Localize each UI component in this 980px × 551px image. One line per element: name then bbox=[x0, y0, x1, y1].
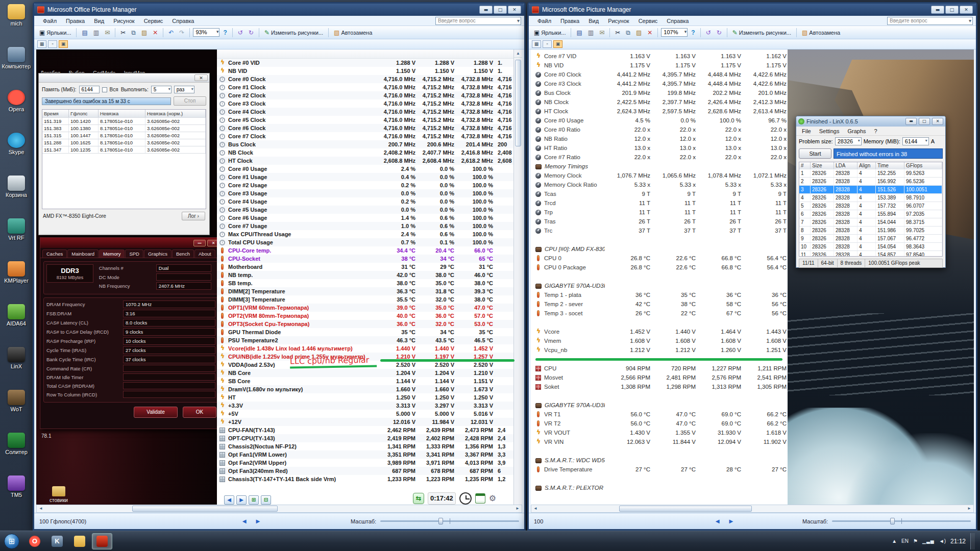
close-button[interactable]: ✕ bbox=[508, 6, 521, 14]
close-button[interactable]: ✕ bbox=[960, 6, 973, 14]
edit-pictures-button[interactable]: ✎Изменить рисунки... bbox=[730, 29, 793, 37]
linx-result-row[interactable]: 8 28326 28328 4 151.986 99.7025 bbox=[799, 227, 942, 235]
linx-close-button[interactable]: ✕ bbox=[932, 118, 943, 125]
linx-result-row[interactable]: 7 28326 28328 4 154.044 98.3715 bbox=[799, 218, 942, 227]
menu-item[interactable]: Файл bbox=[38, 17, 61, 25]
zoom-slider-thumb[interactable] bbox=[890, 518, 895, 524]
linx-minimize-button[interactable]: ▬ bbox=[905, 118, 917, 125]
menu-item[interactable]: Вид bbox=[584, 17, 603, 25]
menu-item[interactable]: Справка bbox=[167, 17, 199, 25]
desktop-icon[interactable]: Корзина bbox=[1, 176, 32, 217]
print-button[interactable]: ▥ bbox=[586, 29, 596, 37]
desktop-icon[interactable]: WoT bbox=[1, 390, 32, 432]
linx-title-bar[interactable]: Finished - LinX 0.6.5 ▬ □ ✕ bbox=[796, 116, 945, 127]
autocorrect-button[interactable]: ▧Автозамена bbox=[332, 29, 374, 37]
menu-item[interactable]: Рисунок bbox=[603, 17, 634, 25]
save-button[interactable]: ▤ bbox=[574, 29, 584, 37]
copy-button[interactable]: ⧉ bbox=[129, 29, 138, 37]
mail-button[interactable]: ✉ bbox=[103, 29, 112, 37]
next-image-button[interactable]: ► bbox=[255, 517, 261, 525]
linx-menu-item[interactable]: File bbox=[798, 128, 815, 135]
menu-item[interactable]: Рисунок bbox=[109, 17, 139, 25]
previous-image-button[interactable]: ◄ bbox=[241, 517, 248, 525]
title-bar[interactable]: Microsoft Office Picture Manager ▬ □ ✕ bbox=[34, 4, 524, 16]
scroll-right-icon[interactable]: ► bbox=[513, 505, 522, 512]
autocorrect-button[interactable]: ▧Автозамена bbox=[800, 29, 842, 37]
next-image-button[interactable]: ► bbox=[728, 517, 734, 525]
copy-button[interactable]: ⧉ bbox=[624, 29, 632, 37]
desktop-icon[interactable]: AIDA64 bbox=[1, 304, 32, 346]
maximize-button[interactable]: □ bbox=[494, 6, 507, 14]
zoom-select[interactable]: 93% bbox=[193, 28, 219, 37]
start-button[interactable]: Start bbox=[799, 148, 831, 159]
zoom-slider[interactable] bbox=[832, 520, 971, 522]
single-view-button[interactable]: ▣ bbox=[59, 40, 68, 48]
desktop-icon[interactable]: TM5 bbox=[1, 475, 32, 517]
horizontal-scrollbar[interactable]: ◄ ► bbox=[531, 505, 974, 513]
search-input[interactable]: Введите вопрос bbox=[887, 17, 973, 25]
zoom-slider-thumb[interactable] bbox=[438, 518, 443, 524]
maximize-button[interactable]: □ bbox=[945, 6, 959, 14]
volume-icon[interactable]: ◄) bbox=[939, 538, 946, 544]
cut-button[interactable]: ✂ bbox=[118, 29, 128, 37]
desktop-icon[interactable]: Vrt RF bbox=[1, 218, 32, 260]
minimize-button[interactable]: ▬ bbox=[479, 6, 493, 14]
desktop-icon[interactable]: Skype bbox=[1, 133, 32, 174]
linx-result-row[interactable]: 9 28326 28328 4 157.067 96.4772 bbox=[799, 235, 942, 243]
linx-result-row[interactable]: 4 28326 28328 4 153.389 98.7910 bbox=[799, 194, 942, 202]
horizontal-scrollbar[interactable]: ◄ ► bbox=[36, 505, 522, 513]
linx-result-row[interactable]: 6 28326 28328 4 155.894 97.2035 bbox=[799, 210, 942, 218]
rotate-right-button[interactable]: ↻ bbox=[247, 29, 256, 37]
menu-item[interactable]: Сервис bbox=[634, 17, 663, 25]
linx-result-row[interactable]: 1 28326 28328 4 152.255 99.5263 bbox=[799, 169, 942, 178]
minimize-button[interactable]: ▬ bbox=[931, 6, 944, 14]
print-button[interactable]: ▥ bbox=[91, 29, 101, 37]
search-input[interactable]: Введите вопрос bbox=[435, 17, 521, 25]
linx-result-row[interactable]: 3 28326 28328 4 151.526 100.0051 bbox=[799, 186, 942, 194]
help-button[interactable]: ? bbox=[221, 29, 229, 37]
cut-button[interactable]: ✂ bbox=[613, 29, 622, 37]
taskbar-opera-button[interactable]: O bbox=[24, 533, 45, 549]
delete-button[interactable]: ✕ bbox=[645, 29, 654, 37]
linx-menu-item[interactable]: Settings bbox=[816, 128, 843, 135]
filmstrip-view-button[interactable]: ▫ bbox=[543, 40, 552, 48]
redo-button[interactable]: ↷ bbox=[177, 29, 186, 37]
paste-button[interactable]: ▨ bbox=[139, 29, 149, 37]
scroll-left-icon[interactable]: ◄ bbox=[37, 505, 45, 512]
mail-button[interactable]: ✉ bbox=[597, 29, 606, 37]
shortcuts-button[interactable]: ▣Ярлыки... bbox=[532, 29, 568, 37]
menu-item[interactable]: Справка bbox=[662, 17, 693, 25]
hscrollbar-thumb[interactable] bbox=[132, 506, 278, 512]
language-indicator[interactable]: EN bbox=[901, 538, 909, 544]
filmstrip-view-button[interactable]: ▫ bbox=[48, 40, 57, 48]
linx-memory-select[interactable]: 6144 bbox=[902, 137, 929, 145]
linx-maximize-button[interactable]: □ bbox=[919, 118, 930, 125]
linx-result-row[interactable]: 10 28326 28328 4 154.054 98.3643 bbox=[799, 243, 942, 251]
taskbar-picture-manager-button[interactable] bbox=[92, 533, 112, 549]
vertical-scrollbar[interactable]: ▲ bbox=[513, 49, 522, 505]
show-desktop-button[interactable] bbox=[970, 533, 975, 549]
desktop-icon[interactable]: Компьютер bbox=[1, 47, 32, 89]
menu-item[interactable]: Сервис bbox=[139, 17, 168, 25]
hscrollbar-thumb[interactable] bbox=[619, 506, 752, 512]
save-button[interactable]: ▤ bbox=[80, 29, 89, 37]
linx-menu-item[interactable]: Graphs bbox=[844, 128, 869, 135]
scroll-right-icon[interactable]: ► bbox=[965, 505, 973, 512]
menu-item[interactable]: Правка bbox=[61, 17, 89, 25]
network-icon[interactable]: ▁▃▅ bbox=[922, 539, 935, 544]
zoom-select[interactable]: 107% bbox=[661, 28, 688, 37]
linx-menu-item[interactable]: ? bbox=[871, 128, 881, 135]
undo-button[interactable]: ↶ bbox=[166, 29, 176, 37]
desktop-icon[interactable]: Opera bbox=[1, 90, 32, 132]
rotate-left-button[interactable]: ↺ bbox=[236, 29, 245, 37]
rotate-left-button[interactable]: ↺ bbox=[704, 29, 713, 37]
paste-button[interactable]: ▨ bbox=[634, 29, 644, 37]
delete-button[interactable]: ✕ bbox=[151, 29, 160, 37]
desktop-icon[interactable]: LinX bbox=[1, 347, 32, 389]
scroll-left-icon[interactable]: ◄ bbox=[531, 505, 540, 512]
single-view-button[interactable]: ▣ bbox=[553, 40, 562, 48]
help-button[interactable]: ? bbox=[689, 29, 697, 37]
problem-size-select[interactable]: 28326 bbox=[835, 137, 862, 145]
rotate-right-button[interactable]: ↻ bbox=[715, 29, 724, 37]
menu-item[interactable]: Файл bbox=[533, 17, 556, 25]
